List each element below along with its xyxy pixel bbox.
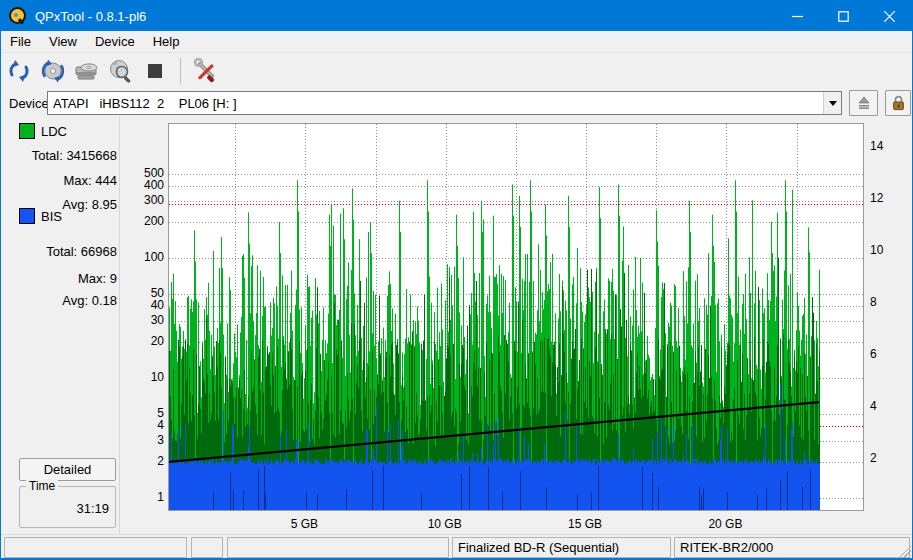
bis-max: Max: 9	[1, 271, 119, 286]
device-combobox[interactable]: ATAPI iHBS112 2 PL06 [H: ]	[47, 91, 842, 115]
settings-button[interactable]	[190, 55, 222, 87]
ldc-max: Max: 444	[1, 173, 119, 188]
time-groupbox-title: Time	[26, 479, 58, 493]
axis-tick-label: 15 GB	[568, 517, 602, 531]
axis-tick-label: 2	[128, 454, 164, 468]
axis-tick-label: 1	[128, 490, 164, 504]
menu-device[interactable]: Device	[86, 31, 144, 53]
status-segment-1	[4, 537, 187, 558]
quality-plot	[169, 124, 863, 510]
resize-grip[interactable]	[898, 545, 911, 558]
refresh-devices-button[interactable]	[3, 55, 35, 87]
bis-label: BIS	[41, 209, 62, 224]
bis-total: Total: 66968	[1, 244, 119, 259]
axis-tick-label: 20 GB	[708, 517, 742, 531]
status-disc-type: Finalized BD-R (Sequential)	[452, 537, 671, 558]
rescan-disc-icon	[40, 58, 66, 84]
toolbar	[1, 53, 912, 89]
main-area: LDC Total: 3415668 Max: 444 Avg: 8.95 BI…	[1, 117, 912, 534]
stop-button[interactable]	[139, 55, 171, 87]
scan-disc-magnifier-icon	[107, 57, 135, 85]
status-media-id: RITEK-BR2/000	[674, 537, 910, 558]
disc-drive-icon	[73, 58, 101, 84]
close-icon	[884, 11, 895, 22]
quality-plot-frame	[168, 123, 864, 511]
eject-icon	[856, 95, 872, 111]
device-combobox-value: ATAPI iHBS112 2 PL06 [H: ]	[48, 96, 823, 111]
close-button[interactable]	[866, 1, 912, 31]
lock-icon	[891, 95, 906, 111]
menu-help[interactable]: Help	[144, 31, 189, 53]
axis-tick-label: 200	[128, 214, 164, 228]
eject-button[interactable]	[849, 90, 878, 116]
axis-tick-label: 5 GB	[291, 517, 318, 531]
axis-tick-label: 10	[870, 243, 883, 257]
axis-tick-label: 10	[128, 370, 164, 384]
minimize-icon	[792, 11, 803, 22]
ldc-legend: LDC	[19, 123, 67, 139]
axis-tick-label: 14	[870, 139, 883, 153]
axis-tick-label: 300	[128, 193, 164, 207]
rescan-media-button[interactable]	[37, 55, 69, 87]
title-bar: QPxTool - 0.8.1-pl6	[1, 1, 912, 31]
tools-settings-icon	[192, 57, 220, 85]
bis-legend: BIS	[19, 208, 62, 224]
status-segment-2	[191, 537, 223, 558]
axis-tick-label: 5	[128, 406, 164, 420]
stop-icon	[142, 58, 168, 84]
menu-bar: File View Device Help	[1, 31, 912, 53]
chevron-down-icon	[829, 101, 837, 106]
ldc-label: LDC	[41, 124, 67, 139]
maximize-button[interactable]	[820, 1, 866, 31]
device-label: Device:	[9, 96, 52, 111]
axis-tick-label: 12	[870, 191, 883, 205]
status-segment-3	[227, 537, 449, 558]
menu-file[interactable]: File	[1, 31, 40, 53]
axis-tick-label: 8	[870, 295, 877, 309]
axis-tick-label: 2	[870, 451, 877, 465]
drive-info-button[interactable]	[71, 55, 103, 87]
axis-tick-label: 3	[128, 433, 164, 447]
axis-tick-label: 100	[128, 250, 164, 264]
axis-tick-label: 10 GB	[428, 517, 462, 531]
ldc-total: Total: 3415668	[1, 148, 119, 163]
device-bar: Device: ATAPI iHBS112 2 PL06 [H: ]	[1, 89, 912, 117]
refresh-arrows-icon	[6, 58, 32, 84]
axis-tick-label: 30	[128, 313, 164, 327]
menu-view[interactable]: View	[40, 31, 86, 53]
ldc-color-swatch	[19, 123, 35, 139]
detailed-button[interactable]: Detailed	[19, 458, 116, 481]
stats-panel: LDC Total: 3415668 Max: 444 Avg: 8.95 BI…	[1, 117, 120, 534]
scan-disc-button[interactable]	[105, 55, 137, 87]
minimize-button[interactable]	[774, 1, 820, 31]
qpxtool-window: QPxTool - 0.8.1-pl6 File View Device Hel…	[0, 0, 913, 560]
axis-tick-label: 6	[870, 347, 877, 361]
axis-tick-label: 500	[128, 166, 164, 180]
axis-tick-label: 20	[128, 334, 164, 348]
toolbar-separator	[180, 58, 181, 84]
device-combobox-dropdown[interactable]	[823, 92, 841, 114]
axis-tick-label: 50	[128, 286, 164, 300]
time-groupbox: Time 31:19	[19, 486, 116, 528]
axis-tick-label: 4	[870, 399, 877, 413]
qpxtool-app-icon	[9, 7, 27, 25]
scan-time-value: 31:19	[76, 501, 109, 516]
status-bar: Finalized BD-R (Sequential) RITEK-BR2/00…	[1, 534, 912, 559]
bis-avg: Avg: 0.18	[1, 293, 119, 308]
lock-button[interactable]	[885, 90, 911, 116]
window-title: QPxTool - 0.8.1-pl6	[35, 9, 774, 24]
maximize-icon	[838, 11, 849, 22]
bis-color-swatch	[19, 208, 35, 224]
